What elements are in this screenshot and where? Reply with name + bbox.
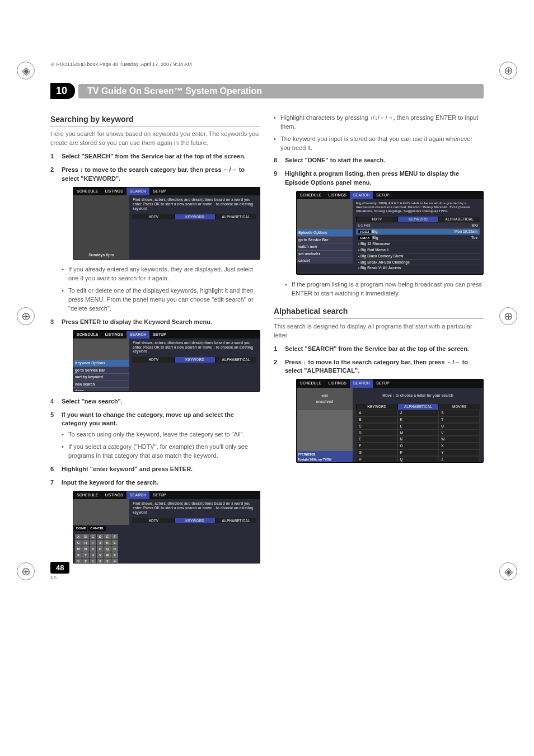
- registration-mark: ⊕: [17, 562, 35, 580]
- step-bullet: Highlight characters by pressing ↑/↓/←/→…: [274, 114, 484, 132]
- ss-panel-opt: sort by keyword: [73, 373, 129, 380]
- alpha-step-1: Select "SEARCH" from the Service bar at …: [274, 345, 484, 354]
- ss-info-text: Big (Comedy, 1988) ★★★☆ A kid's wish to …: [356, 201, 480, 214]
- ss-alpha-cell: G: [356, 449, 397, 456]
- ss-alpha-cell: W: [438, 436, 480, 443]
- ss-category-bar: HDTV KEYWORD ALPHABETICAL: [356, 217, 480, 222]
- ss-key: B: [82, 534, 89, 539]
- ss-done-button: DONE: [74, 526, 87, 531]
- ss-cat: ALPHABETICAL: [438, 217, 480, 222]
- ss-key: I: [90, 540, 96, 546]
- chapter-header: 10 TV Guide On Screen™ System Operation: [50, 83, 484, 99]
- chapter-title: TV Guide On Screen™ System Operation: [78, 84, 484, 98]
- ss-cat-selected: KEYWORD: [397, 217, 439, 222]
- ss-promo-sidebar: still unsolved Premieres Tonight 10/9c o…: [297, 388, 353, 463]
- ss-alpha-cell: U: [438, 423, 480, 430]
- step-bullet: If the program listing is a program now …: [285, 280, 484, 298]
- ss-cat-selected: KEYWORD: [174, 214, 216, 220]
- screenshot-alphabetical: SCHEDULE LISTINGS SEARCH SETUP still uns…: [296, 379, 484, 463]
- ss-opt-label: sort by: [75, 375, 87, 379]
- ss-desc: Move ↓ to choose a letter for your searc…: [353, 388, 483, 463]
- ss-alpha-cell: P: [397, 449, 439, 456]
- page-number: 48: [50, 562, 69, 574]
- registration-mark: ◈: [17, 62, 35, 79]
- step-1: Select "SEARCH" from the Service bar at …: [50, 152, 260, 161]
- ss-alpha-cell: O: [397, 443, 439, 449]
- ss-panel-opt: done: [73, 387, 129, 392]
- ss-desc-text: Find shows, actors, directors and descri…: [133, 341, 256, 354]
- keyword-intro: Here you search for shows based on keywo…: [50, 130, 260, 148]
- ss-alpha-cell: C: [356, 423, 397, 430]
- alpha-step-2: Press ↓ to move to the search category b…: [274, 358, 484, 463]
- ss-key: Q: [104, 546, 111, 552]
- ss-key: Z: [82, 558, 89, 564]
- step-text: Select "new search".: [62, 398, 123, 405]
- ss-alpha-cell: R: [397, 463, 439, 463]
- screenshot-keyword-search-bar: SCHEDULE LISTINGS SEARCH SETUP Sundays 8…: [73, 187, 260, 260]
- ss-source: 1-1 Fox: [358, 223, 371, 228]
- ss-tab: SCHEDULE: [73, 187, 102, 195]
- ss-alpha-cell: Y: [438, 449, 480, 456]
- ss-side-panel: Keyword Options go to Service Bar sort b…: [73, 339, 129, 391]
- keyword-heading: Searching by keyword: [50, 114, 260, 126]
- ss-tab: LISTINGS: [102, 331, 127, 339]
- ss-list-row: CMAX Big Tue: [356, 234, 480, 241]
- ss-tab: SCHEDULE: [73, 491, 102, 499]
- registration-mark: ◈: [499, 562, 517, 580]
- ss-promo-line: still: [321, 393, 328, 399]
- page-language: En: [50, 575, 69, 580]
- ss-list-row: HBO2 Big Mon 10:15am: [356, 228, 480, 234]
- step-text: Select "SEARCH" from the Service bar at …: [62, 153, 246, 159]
- ss-tab: SCHEDULE: [297, 379, 325, 387]
- ss-panel-opt: new search: [73, 381, 129, 387]
- ss-cat: ALPHABETICAL: [215, 518, 256, 524]
- step-5: If you want to change the category, move…: [50, 411, 260, 461]
- ss-tab-active: SEARCH: [350, 379, 373, 387]
- ss-cat: HDTV: [133, 357, 174, 363]
- ss-side-panel: DONE CANCEL ABCDEFGHIJKLMNOPQRSTUVWXYZ12…: [73, 499, 129, 563]
- ss-tab: SCHEDULE: [73, 331, 102, 339]
- ss-promo-premiere: Premieres: [297, 451, 353, 457]
- ss-category-bar: HDTV KEYWORD ALPHABETICAL: [133, 357, 256, 363]
- ss-alpha-cell: K: [397, 416, 439, 423]
- ss-key: U: [90, 552, 96, 558]
- ss-alpha-cell: J: [397, 410, 439, 416]
- registration-mark: ⊕: [499, 62, 517, 79]
- ss-list-row: • Big Break All-Star Challenge: [356, 259, 480, 265]
- step-text: Input the keyword for the search.: [62, 479, 158, 486]
- ss-alpha-cell: H: [356, 456, 397, 463]
- registration-mark: ⊕: [17, 307, 35, 325]
- ss-key: K: [104, 540, 111, 546]
- ss-tab: SETUP: [149, 491, 169, 499]
- ss-promo-area: [297, 199, 353, 229]
- ss-promo-line: unsolved: [316, 399, 334, 405]
- ss-tab: LISTINGS: [325, 191, 350, 199]
- step-8: Select "DONE" to start the search.: [274, 156, 484, 165]
- ss-panel-title: Keyword Options: [73, 359, 129, 366]
- ss-tab: LISTINGS: [102, 491, 127, 499]
- ss-tab: LISTINGS: [102, 187, 127, 195]
- ss-category-bar: KEYWORD ALPHABETICAL MOVIES: [356, 404, 480, 410]
- step-text: Highlight a program listing, then press …: [285, 170, 459, 186]
- ss-cat: HDTV: [133, 518, 174, 524]
- step-bullet: The keyword you input is stored so that …: [274, 135, 484, 153]
- ss-alpha-cell: Misc: [438, 463, 480, 463]
- ss-key: G: [75, 540, 82, 546]
- ss-tab-active: SEARCH: [127, 331, 150, 339]
- ss-promo-area: [73, 499, 129, 525]
- step-2: Press ↓ to move to the search category b…: [50, 166, 260, 313]
- ss-tab-active: SEARCH: [127, 187, 150, 195]
- ss-key: R: [111, 546, 118, 552]
- ss-list-row: • Big Bad Mama II: [356, 247, 480, 253]
- ss-desc: Big (Comedy, 1988) ★★★☆ A kid's wish to …: [353, 199, 483, 274]
- ss-panel-opt: cancel: [297, 257, 353, 264]
- ss-alpha-cell: N: [397, 436, 439, 443]
- ss-desc-text: Find shows, actors, directors and descri…: [133, 198, 256, 210]
- ss-side-panel: Episode Options go to Service Bar watch …: [297, 199, 353, 274]
- ss-promo-area: [73, 339, 129, 360]
- screenshot-keyword-options: SCHEDULE LISTINGS SEARCH SETUP Keyword O…: [73, 330, 260, 392]
- ss-tab: SETUP: [149, 331, 169, 339]
- ss-tab-active: SEARCH: [350, 191, 373, 199]
- ss-key: 3: [104, 558, 111, 564]
- screenshot-keyboard-input: SCHEDULE LISTINGS SEARCH SETUP DONE CANC…: [73, 491, 260, 564]
